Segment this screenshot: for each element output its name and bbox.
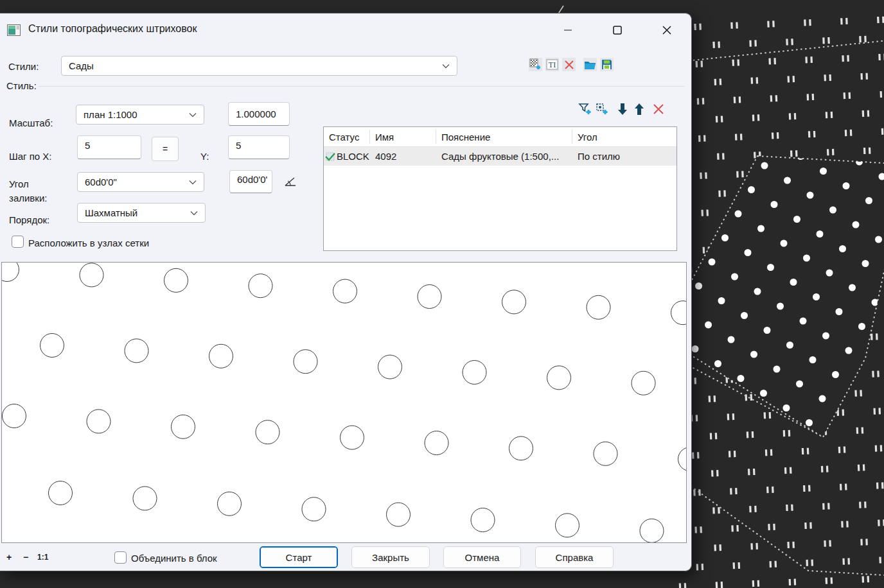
add-block-button[interactable] — [595, 102, 609, 116]
rename-style-button[interactable]: TI — [545, 58, 559, 71]
zoom-reset-button[interactable]: 1:1 — [37, 553, 48, 562]
dialog-hatch-styles: Стили топографических штриховок Стили: С… — [0, 13, 692, 571]
maximize-icon — [613, 26, 622, 35]
table-row[interactable]: BLOCK 4092 Сады фруктовые (1:500,... По … — [324, 147, 676, 166]
col-name[interactable]: Имя — [370, 130, 436, 144]
grid-nodes-label: Расположить в узлах сетки — [28, 238, 149, 248]
add-style-button[interactable] — [529, 58, 542, 71]
pick-angle-button[interactable] — [283, 174, 297, 188]
blocks-table: Статус Имя Пояснение Угол BLOCK 4092 Сад… — [323, 126, 677, 251]
add-filter-icon — [578, 102, 592, 116]
col-note[interactable]: Пояснение — [436, 130, 572, 144]
save-file-icon — [601, 59, 612, 70]
move-down-button[interactable] — [615, 102, 630, 116]
close-icon — [662, 26, 671, 35]
styles-label: Стили: — [8, 61, 39, 72]
save-style-file-button[interactable] — [600, 58, 614, 71]
cell-status: BLOCK — [324, 151, 370, 162]
cell-name: 4092 — [370, 151, 436, 162]
order-select-value: Шахматный — [85, 207, 137, 218]
zoom-out-button[interactable]: − — [23, 552, 28, 562]
style-select[interactable]: Сады — [61, 56, 457, 76]
close-button[interactable] — [652, 19, 682, 41]
rename-style-icon: TI — [546, 58, 558, 71]
cancel-button-label: Отмена — [465, 552, 500, 563]
cell-status-text: BLOCK — [337, 151, 369, 162]
style-select-value: Сады — [69, 60, 94, 71]
delete-style-button[interactable] — [562, 58, 576, 71]
cell-note: Сады фруктовые (1:500,... — [436, 151, 572, 162]
style-group-label: Стиль: — [6, 80, 37, 91]
maximize-button[interactable] — [603, 19, 632, 41]
delete-style-icon — [564, 60, 574, 70]
chevron-down-icon — [189, 180, 197, 185]
move-up-icon — [633, 103, 645, 116]
step-y-input[interactable]: 5 — [228, 135, 290, 159]
minimize-button[interactable] — [553, 19, 583, 41]
pattern-preview-canvas — [2, 263, 686, 542]
scale-factor-value: 1.000000 — [236, 108, 276, 119]
fill-angle-value: 60d0'0" — [85, 177, 117, 187]
combine-block-label: Объединить в блок — [131, 553, 217, 564]
start-button[interactable]: Старт — [260, 546, 338, 568]
step-x-label: Шаг по X: — [9, 151, 52, 162]
screen: Стили топографических штриховок Стили: С… — [0, 0, 884, 588]
svg-text:TI: TI — [549, 60, 556, 69]
scale-select[interactable]: план 1:1000 — [76, 105, 204, 125]
chevron-down-icon — [190, 211, 198, 216]
equal-steps-button[interactable]: = — [152, 137, 179, 161]
app-icon — [7, 24, 21, 36]
remove-icon — [653, 103, 664, 115]
zoom-in-button[interactable]: + — [6, 552, 12, 562]
step-x-input[interactable]: 5 — [77, 135, 141, 159]
move-up-button[interactable] — [632, 102, 646, 116]
start-button-label: Старт — [286, 552, 312, 563]
order-select[interactable]: Шахматный — [77, 203, 206, 223]
fill-angle-manual-value: 60d0'0' — [237, 174, 267, 185]
move-down-icon — [617, 103, 628, 116]
help-button-label: Справка — [556, 552, 594, 563]
grid-nodes-checkbox[interactable] — [12, 236, 24, 248]
block-checked-icon[interactable] — [325, 151, 336, 162]
minimize-icon — [564, 30, 572, 31]
remove-block-button[interactable] — [651, 102, 666, 116]
titlebar[interactable]: Стили топографических штриховок — [0, 13, 691, 47]
add-filter-button[interactable] — [578, 102, 592, 116]
add-style-icon — [529, 58, 542, 71]
close-button-label: Закрыть — [372, 552, 409, 563]
angle-icon — [284, 175, 297, 187]
fill-angle-label: Угол заливки: — [9, 177, 68, 205]
add-block-icon — [595, 102, 609, 116]
pattern-preview — [1, 262, 687, 543]
step-x-value: 5 — [85, 140, 90, 151]
combine-block-checkbox[interactable] — [114, 551, 127, 564]
open-style-file-button[interactable] — [583, 58, 597, 71]
equal-steps-label: = — [163, 144, 168, 154]
help-button[interactable]: Справка — [535, 546, 614, 568]
scale-label: Масштаб: — [9, 117, 53, 128]
step-y-value: 5 — [236, 140, 241, 151]
open-folder-icon — [584, 60, 596, 70]
order-label: Порядок: — [9, 214, 49, 225]
scale-factor-input[interactable]: 1.000000 — [228, 102, 290, 126]
fill-angle-manual-input[interactable]: 60d0'0' — [229, 170, 272, 193]
fill-angle-select[interactable]: 60d0'0" — [77, 172, 204, 192]
col-angle[interactable]: Угол — [572, 130, 675, 144]
window-title: Стили топографических штриховок — [28, 23, 197, 35]
chevron-down-icon — [189, 112, 197, 117]
scale-select-value: план 1:1000 — [84, 109, 137, 120]
cancel-button[interactable]: Отмена — [443, 546, 521, 568]
chevron-down-icon — [442, 64, 450, 69]
style-group-line — [39, 86, 685, 87]
cell-angle: По стилю — [572, 151, 675, 162]
table-header: Статус Имя Пояснение Угол — [324, 127, 676, 147]
step-y-label: Y: — [200, 151, 209, 162]
col-status[interactable]: Статус — [324, 130, 370, 144]
close-dialog-button[interactable]: Закрыть — [351, 546, 430, 568]
